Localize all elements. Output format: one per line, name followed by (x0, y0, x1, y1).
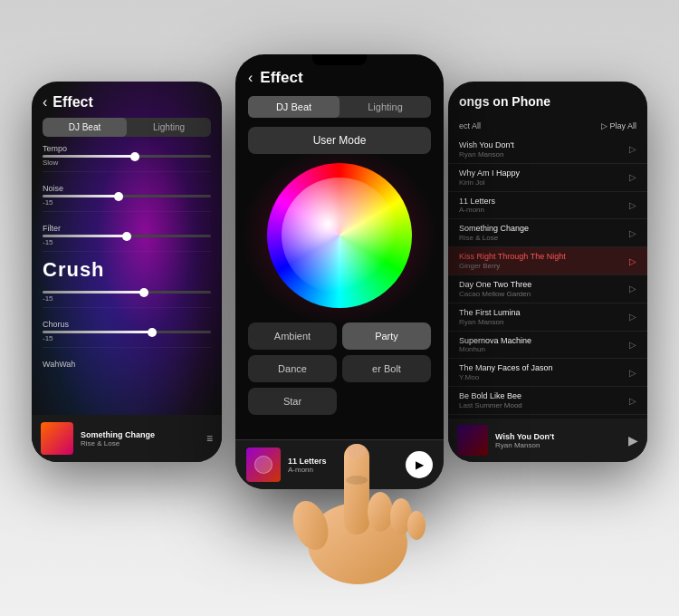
back-arrow-left[interactable]: ‹ (43, 94, 47, 111)
effect-btn-party[interactable]: Party (342, 322, 431, 350)
phone-left: ‹ Effect DJ Beat Lighting Tempo Slow (32, 82, 222, 462)
effect-btn-lightning[interactable]: er Bolt (342, 355, 431, 382)
wahwah-section: WahWah (32, 352, 222, 369)
chorus-value: -15 (43, 334, 211, 342)
now-playing-artist-left: Rise & Lose (81, 439, 199, 448)
tempo-track[interactable] (43, 155, 211, 158)
chorus-track[interactable] (43, 331, 211, 333)
back-arrow-center[interactable]: ‹ (248, 70, 253, 86)
song-item-4[interactable]: Kiss Right Through The NightGinger Berry… (448, 247, 647, 275)
tab-bar-center: DJ Beat Lighting (248, 96, 431, 118)
now-playing-artist-right: Ryan Manson (495, 441, 621, 449)
right-controls: ect All ▷ Play All (448, 121, 647, 130)
tempo-value: Slow (43, 159, 211, 167)
tempo-label: Tempo (43, 144, 211, 153)
left-title: Effect (53, 94, 92, 111)
hand-icon (267, 390, 448, 589)
left-now-playing: Something Change Rise & Lose ≡ (32, 415, 222, 462)
svg-point-4 (368, 492, 393, 532)
tab-lighting-left[interactable]: Lighting (127, 118, 211, 137)
now-playing-info-right: Wish You Don't Ryan Manson (495, 432, 621, 449)
now-playing-info-left: Something Change Rise & Lose (81, 430, 199, 448)
song-item-2[interactable]: 11 LettersA-monn ▷ (448, 192, 647, 220)
chorus-label: Chorus (43, 320, 211, 329)
right-title: ongs on Phone (459, 94, 636, 109)
svg-point-3 (348, 444, 366, 458)
right-header: ongs on Phone (448, 82, 647, 121)
noise-value: -15 (43, 198, 211, 207)
filter-track[interactable] (43, 235, 211, 237)
tab-dj-beat-left[interactable]: DJ Beat (43, 118, 127, 137)
now-playing-title-right: Wish You Don't (495, 432, 621, 441)
phones-container: ‹ Effect DJ Beat Lighting Tempo Slow (32, 54, 647, 562)
song-item-0[interactable]: Wish You Don'tRyan Manson ▷ (448, 136, 647, 164)
crush-section: -15 (32, 284, 222, 303)
song-item-8[interactable]: The Many Faces of JasonY.Moo ▷ (448, 359, 647, 387)
crush-value: -15 (43, 294, 211, 303)
now-playing-art-right (457, 425, 488, 456)
noise-label: Noise (43, 184, 211, 193)
color-wheel[interactable] (267, 163, 412, 308)
left-header: ‹ Effect (32, 82, 222, 118)
chorus-section: Chorus -15 (32, 313, 222, 342)
crush-track[interactable] (43, 291, 211, 294)
play-all[interactable]: ▷ Play All (601, 121, 636, 130)
filter-section: Filter -15 (32, 217, 222, 246)
crush-label: Crush (32, 256, 222, 284)
phone-right: ongs on Phone ect All ▷ Play All Wish Yo… (448, 82, 647, 462)
tab-dj-beat-center[interactable]: DJ Beat (248, 96, 340, 118)
right-now-playing: Wish You Don't Ryan Manson ▶ (448, 419, 647, 462)
song-item-1[interactable]: Why Am I HappyKirin Jol ▷ (448, 164, 647, 192)
song-list: Wish You Don'tRyan Manson ▷ Why Am I Hap… (448, 136, 647, 462)
user-mode-button[interactable]: User Mode (248, 127, 431, 154)
song-item-3[interactable]: Something ChangeRise & Lose ▷ (448, 219, 647, 247)
hand-overlay (267, 390, 448, 589)
effect-btn-dance[interactable]: Dance (248, 355, 337, 382)
song-item-7[interactable]: Supernova MachineMonhun ▷ (448, 332, 647, 360)
now-playing-art-left (41, 422, 73, 455)
center-notch (312, 54, 367, 65)
song-item-5[interactable]: Day One Two ThreeCacao Mellow Garden ▷ (448, 275, 647, 303)
song-item-6[interactable]: The First LuminaRyan Manson ▷ (448, 303, 647, 332)
svg-point-6 (407, 511, 426, 540)
scene: ‹ Effect DJ Beat Lighting Tempo Slow (0, 0, 679, 616)
wahwah-label: WahWah (43, 360, 211, 369)
center-title: Effect (260, 69, 302, 87)
tab-lighting-center[interactable]: Lighting (340, 96, 431, 118)
now-playing-title-left: Something Change (81, 430, 199, 439)
menu-icon-left[interactable]: ≡ (206, 432, 213, 445)
song-item-9[interactable]: Be Bold Like BeeLast Summer Mood ▷ (448, 387, 647, 415)
svg-point-7 (346, 476, 368, 485)
select-all[interactable]: ect All (459, 121, 481, 130)
color-wheel-container (267, 163, 412, 308)
noise-track[interactable] (43, 195, 211, 197)
slider-section: Tempo Slow (32, 137, 222, 167)
noise-section: Noise -15 (32, 177, 222, 207)
tab-bar-left: DJ Beat Lighting (43, 118, 211, 137)
play-icon-right[interactable]: ▶ (628, 433, 638, 448)
effect-btn-ambient[interactable]: Ambient (248, 322, 337, 350)
